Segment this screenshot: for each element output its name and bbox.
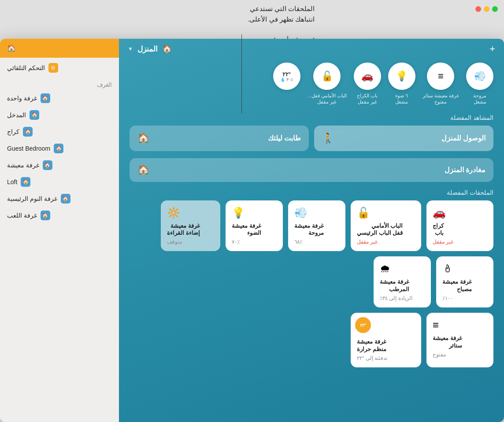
reading-light-card[interactable]: 🔆 غرفة معيشةإضاءة القراءة متوقف — [161, 200, 220, 252]
yellow-button[interactable] — [484, 6, 489, 12]
light-circle[interactable]: 💡 — [388, 63, 415, 90]
garage-icon: 🏠 — [23, 127, 33, 137]
home-icon: 🏠 — [162, 44, 172, 54]
add-button[interactable]: + — [489, 43, 495, 55]
sidebar-item-loft[interactable]: 🏠 Loft — [0, 174, 119, 190]
arrive-home-scene[interactable]: الوصول للمنزل 🚶 — [314, 126, 493, 151]
sidebar-home-icon: 🏠 — [7, 44, 16, 52]
fan-circle[interactable]: 💨 — [466, 63, 493, 90]
living-thermo-status: تدفئته إلى °٢٢ — [357, 355, 387, 361]
living-light-status: ٪٧٠ — [232, 239, 240, 245]
red-button[interactable] — [475, 6, 481, 12]
guest-bedroom-label: Guest Bedroom — [7, 145, 50, 152]
reading-light-title: غرفة معيشةإضاءة القراءة — [167, 222, 200, 237]
garage-door-card[interactable]: 🚗 كراجباب غير مقفل — [426, 200, 493, 252]
front-lock-title: الباب الأماميقفل الباب الرئيسي — [357, 222, 403, 237]
sidebar-item-single-room[interactable]: 🏠 غرفة واحدة — [0, 90, 119, 107]
arrive-home-title: الوصول للمنزل — [441, 134, 485, 142]
leave-home-scene[interactable]: مغادرة المنزل 🏠 — [130, 158, 493, 182]
garage-circle[interactable]: 🚗 — [354, 63, 381, 90]
thermo-temp: °٢٢ — [282, 71, 291, 78]
thermo-top-circle[interactable]: °٢٢ ٪٣٠ 💧 — [273, 63, 300, 90]
living-humidifier-card[interactable]: 🌧 غرفة معيشةالمرطب الزيادة إلى ٣٤٪ — [374, 256, 431, 307]
sidebar-item-living-room[interactable]: 🏠 غرفة معيشة — [0, 157, 119, 174]
sidebar-item-playroom[interactable]: 🏠 غرفة اللعب — [0, 207, 119, 224]
arrive-home-icon: 🚶 — [322, 133, 334, 144]
entrance-label: المدخل — [7, 111, 26, 118]
living-thermo-title: غرفة معيشةمنظم حرارة — [357, 338, 386, 353]
good-night-title: طابت ليلتك — [268, 134, 301, 142]
living-curtain-icon: ≡ — [433, 319, 439, 331]
living-fan-card[interactable]: 💨 غرفة معيشةمروحة ٪٦٨ — [288, 200, 345, 252]
garage-label: كراج — [7, 128, 19, 135]
living-lamp-title: غرفة معيشةمصباح — [442, 278, 472, 293]
accessories-section-title: الملحقات المفضلة — [119, 187, 504, 200]
app-window: + 🏠 المنزل ▼ 💨 مروحةمشغل ≡ غرفة معيشة ست… — [0, 39, 504, 422]
single-room-icon: 🏠 — [41, 93, 50, 103]
good-night-scene[interactable]: طابت ليلتك 🏠 — [130, 126, 309, 151]
topbar: + 🏠 المنزل ▼ — [119, 39, 504, 59]
living-lamp-status: ١٠٠٪ — [442, 295, 453, 301]
accessories-grid-1: 🚗 كراجباب غير مقفل 🔓 الباب الأماميقفل ال… — [119, 200, 504, 313]
living-curtain-title: غرفة معيشةستائر — [433, 335, 462, 350]
accessory-fan[interactable]: 💨 مروحةمشغل — [466, 63, 493, 105]
accessory-light[interactable]: 💡 ٦ ضوءمشغل — [388, 63, 415, 105]
accessory-garage[interactable]: 🚗 باب الكراجغير مقفل — [354, 63, 381, 105]
single-room-label: غرفة واحدة — [7, 95, 37, 102]
chevron-down-icon: ▼ — [128, 46, 133, 52]
curtain-circle[interactable]: ≡ — [427, 63, 454, 90]
scenes-section-title: المشاهد المفضلة — [119, 112, 504, 126]
front-lock-status: غير مقفل — [357, 239, 378, 245]
sidebar-item-guest-bedroom[interactable]: 🏠 Guest Bedroom — [0, 140, 119, 157]
accessories-grid-2: ≡ غرفة معيشةستائر مفتوح °٢٢ 🌡 غرفة معيشة… — [119, 313, 504, 373]
light-label: ٦ ضوءمشغل — [395, 93, 408, 105]
garage-label: باب الكراجغير مقفل — [357, 93, 378, 105]
loft-icon: 🏠 — [21, 177, 30, 187]
scenes-row: الوصول للمنزل 🚶 طابت ليلتك 🏠 — [119, 126, 504, 158]
curtain-label: غرفة معيشة ستائرمفتوح — [422, 93, 459, 105]
automation-label: التحكم التلقائي — [7, 64, 45, 71]
thermo-badge: °٢٢ — [355, 317, 371, 333]
reading-light-status: متوقف — [167, 239, 182, 245]
garage-door-title: كراجباب — [433, 222, 444, 237]
annotation-line — [241, 34, 242, 114]
master-bedroom-label: غرفة النوم الرئيسية — [7, 195, 57, 202]
lock-circle[interactable]: 🔓 — [313, 63, 341, 90]
lock-label: الباب الأمامي قفل...غير مقفل — [308, 93, 347, 105]
garage-door-icon: 🚗 — [433, 207, 446, 219]
reading-light-icon: 🔆 — [167, 207, 180, 219]
accessory-thermo-top[interactable]: °٢٢ ٪٣٠ 💧 — [273, 63, 300, 105]
sidebar-item-master-bedroom[interactable]: 🏠 غرفة النوم الرئيسية — [0, 190, 119, 207]
front-lock-icon: 🔓 — [357, 207, 370, 219]
annotation-overlay: الملحقات التي تستدعي انتباهك تظهر في الأ… — [0, 0, 504, 39]
living-light-title: غرفة معيشةالضوء — [232, 222, 261, 237]
accessory-lock[interactable]: 🔓 الباب الأمامي قفل...غير مقفل — [308, 63, 347, 105]
living-humidifier-status: الزيادة إلى ٣٤٪ — [380, 295, 412, 301]
master-bedroom-icon: 🏠 — [61, 194, 70, 204]
sidebar-item-garage[interactable]: 🏠 كراج — [0, 123, 119, 140]
green-button[interactable] — [492, 6, 498, 12]
playroom-label: غرفة اللعب — [7, 212, 37, 219]
accessory-curtain[interactable]: ≡ غرفة معيشة ستائرمفتوح — [422, 63, 459, 105]
living-lamp-card[interactable]: 🕯 غرفة معيشةمصباح ١٠٠٪ — [436, 256, 493, 307]
sidebar-home-button[interactable]: 🏠 — [0, 39, 119, 58]
living-light-card[interactable]: 💡 غرفة معيشةالضوء ٪٧٠ — [226, 200, 283, 252]
main-scroll: 💨 مروحةمشغل ≡ غرفة معيشة ستائرمفتوح 💡 ٦ … — [119, 59, 504, 422]
living-curtain-status: مفتوح — [433, 352, 446, 358]
sidebar-item-entrance[interactable]: 🏠 المدخل — [0, 107, 119, 123]
living-humidifier-icon: 🌧 — [380, 263, 390, 275]
entrance-icon: 🏠 — [30, 110, 39, 120]
sidebar-item-automation[interactable]: ⚙ التحكم التلقائي — [0, 58, 119, 76]
living-fan-status: ٪٦٨ — [294, 239, 302, 245]
topbar-right: 🏠 المنزل ▼ — [128, 44, 172, 54]
living-lamp-icon: 🕯 — [442, 263, 453, 275]
automation-icon: ⚙ — [48, 63, 58, 73]
living-thermostat-card[interactable]: °٢٢ 🌡 غرفة معيشةمنظم حرارة تدفئته إلى °٢… — [351, 313, 421, 367]
living-humidifier-title: غرفة معيشةالمرطب — [380, 278, 409, 293]
living-curtain-card[interactable]: ≡ غرفة معيشةستائر مفتوح — [426, 313, 493, 367]
front-lock-card[interactable]: 🔓 الباب الأماميقفل الباب الرئيسي غير مقف… — [351, 200, 421, 252]
garage-door-status: غير مقفل — [433, 239, 453, 245]
topbar-title: المنزل — [137, 44, 158, 54]
fan-label: مروحةمشغل — [473, 93, 486, 105]
thermo-humidity: ٪٣٠ 💧 — [280, 78, 293, 82]
